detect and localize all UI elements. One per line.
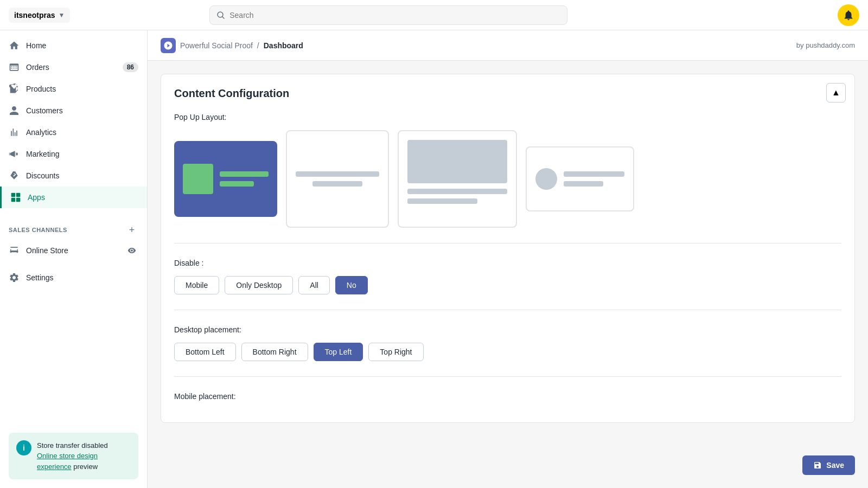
home-icon xyxy=(9,40,20,51)
layout4-lines xyxy=(564,171,624,187)
app-icon xyxy=(161,38,176,53)
app-wrapper: itsneotpras ▼ xyxy=(0,0,868,488)
popup-layout-label: Pop Up Layout: xyxy=(174,113,841,121)
layout3-line-1 xyxy=(407,189,507,194)
layout2-lines xyxy=(296,171,379,187)
svg-rect-3 xyxy=(16,193,21,197)
layout4-circle xyxy=(535,168,557,190)
store-name-label: itsneotpras xyxy=(14,11,55,20)
svg-rect-5 xyxy=(16,198,21,202)
disable-all-button[interactable]: All xyxy=(298,276,330,294)
sidebar-item-label: Online Store xyxy=(26,246,68,255)
transfer-notice: i Store transfer disabled Online store d… xyxy=(9,433,138,480)
top-bar: itsneotpras ▼ xyxy=(0,0,868,30)
layout1-line-1 xyxy=(220,171,269,177)
sidebar-item-products[interactable]: Products xyxy=(0,78,147,100)
sales-channels-title: SALES CHANNELS + xyxy=(0,217,147,239)
sidebar-nav-section: Home Orders 86 Products xyxy=(0,30,147,213)
placement-bottom-left-button[interactable]: Bottom Left xyxy=(174,343,236,361)
chevron-up-icon: ▲ xyxy=(832,88,840,98)
breadcrumb: Powerful Social Proof / Dashboard xyxy=(161,38,303,53)
disable-no-button[interactable]: No xyxy=(335,276,368,294)
sidebar-item-marketing[interactable]: Marketing xyxy=(0,143,147,165)
info-icon: i xyxy=(16,440,31,455)
desktop-placement-options: Bottom Left Bottom Right Top Left Top Ri… xyxy=(174,343,841,361)
sidebar: Home Orders 86 Products xyxy=(0,30,148,488)
transfer-notice-text: Store transfer disabled Online store des… xyxy=(37,440,131,472)
sidebar-item-label: Marketing xyxy=(26,150,59,158)
layout1-image xyxy=(183,164,213,194)
sidebar-item-analytics[interactable]: Analytics xyxy=(0,121,147,143)
layout1-line-2 xyxy=(220,181,254,187)
breadcrumb-current-page: Dashboard xyxy=(264,41,303,50)
main-area: Home Orders 86 Products xyxy=(0,30,868,488)
products-icon xyxy=(9,84,20,94)
settings-icon xyxy=(9,272,20,283)
collapse-button[interactable]: ▲ xyxy=(826,83,846,102)
sidebar-item-label: Products xyxy=(26,85,56,93)
chevron-down-icon: ▼ xyxy=(58,11,65,19)
save-label: Save xyxy=(826,461,844,470)
by-text: by pushdaddy.com xyxy=(796,41,855,49)
disable-only-desktop-button[interactable]: Only Desktop xyxy=(225,276,293,294)
content-inner: Content Configuration ▲ Pop Up Layout: xyxy=(148,61,868,447)
mobile-placement-label: Mobile placement: xyxy=(174,392,841,401)
save-button[interactable]: Save xyxy=(802,455,855,475)
customers-icon xyxy=(9,105,20,116)
save-icon xyxy=(813,461,822,470)
sidebar-item-label: Orders xyxy=(26,63,49,72)
layout-option-1[interactable] xyxy=(174,141,277,217)
sidebar-item-label: Analytics xyxy=(26,128,56,137)
layout-option-2[interactable] xyxy=(286,130,389,228)
layout3-image xyxy=(407,140,507,183)
section-divider-2 xyxy=(174,310,841,310)
discounts-icon xyxy=(9,170,20,181)
layout4-line-2 xyxy=(564,181,603,187)
svg-line-1 xyxy=(222,16,225,18)
desktop-placement-section: Desktop placement: Bottom Left Bottom Ri… xyxy=(174,325,841,361)
apps-icon xyxy=(10,192,21,203)
sidebar-item-settings[interactable]: Settings xyxy=(0,267,147,288)
section-divider-3 xyxy=(174,376,841,377)
add-sales-channel-button[interactable]: + xyxy=(125,223,138,236)
svg-rect-2 xyxy=(11,193,16,197)
sidebar-item-discounts[interactable]: Discounts xyxy=(0,165,147,187)
layout3-lines xyxy=(407,189,507,204)
mobile-placement-section: Mobile placement: xyxy=(174,392,841,401)
marketing-icon xyxy=(9,149,20,159)
breadcrumb-separator: / xyxy=(257,41,259,50)
sidebar-item-customers[interactable]: Customers xyxy=(0,100,147,121)
top-bar-right xyxy=(838,4,859,26)
sidebar-item-orders[interactable]: Orders 86 xyxy=(0,56,147,78)
sidebar-bottom: i Store transfer disabled Online store d… xyxy=(0,424,147,489)
placement-bottom-right-button[interactable]: Bottom Right xyxy=(241,343,308,361)
layout3-line-2 xyxy=(407,198,477,204)
sidebar-item-online-store[interactable]: Online Store xyxy=(0,239,147,262)
layout-options xyxy=(174,130,841,228)
layout2-line-2 xyxy=(312,181,362,187)
placement-top-right-button[interactable]: Top Right xyxy=(368,343,423,361)
content-area: Powerful Social Proof / Dashboard by pus… xyxy=(148,30,868,488)
store-name-button[interactable]: itsneotpras ▼ xyxy=(9,8,70,23)
analytics-icon xyxy=(9,127,20,138)
search-icon xyxy=(216,11,225,20)
sidebar-item-label: Customers xyxy=(26,106,63,115)
orders-icon xyxy=(9,62,20,73)
orders-badge: 86 xyxy=(123,62,138,72)
disable-options: Mobile Only Desktop All No xyxy=(174,276,841,294)
notification-button[interactable] xyxy=(838,4,859,26)
sidebar-item-apps[interactable]: Apps xyxy=(0,187,147,208)
placement-top-left-button[interactable]: Top Left xyxy=(314,343,363,361)
layout-option-3[interactable] xyxy=(398,130,517,228)
layout-option-4[interactable] xyxy=(526,146,634,211)
popup-layout-section: Pop Up Layout: xyxy=(174,113,841,228)
sidebar-item-label: Home xyxy=(26,41,46,50)
sidebar-item-home[interactable]: Home xyxy=(0,35,147,56)
disable-mobile-button[interactable]: Mobile xyxy=(174,276,219,294)
search-input[interactable] xyxy=(229,11,560,20)
breadcrumb-app-name[interactable]: Powerful Social Proof xyxy=(180,41,253,50)
layout1-lines xyxy=(220,171,269,187)
online-store-eye-button[interactable] xyxy=(125,244,138,257)
card-title: Content Configuration xyxy=(174,87,841,100)
search-bar-container xyxy=(209,5,567,25)
